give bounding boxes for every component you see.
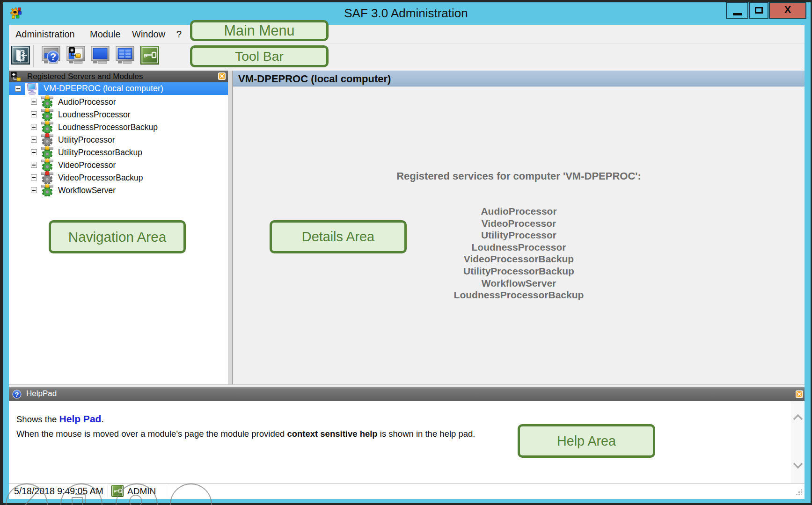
svg-text:?: ? xyxy=(50,51,56,63)
svg-text:?: ? xyxy=(15,391,19,398)
